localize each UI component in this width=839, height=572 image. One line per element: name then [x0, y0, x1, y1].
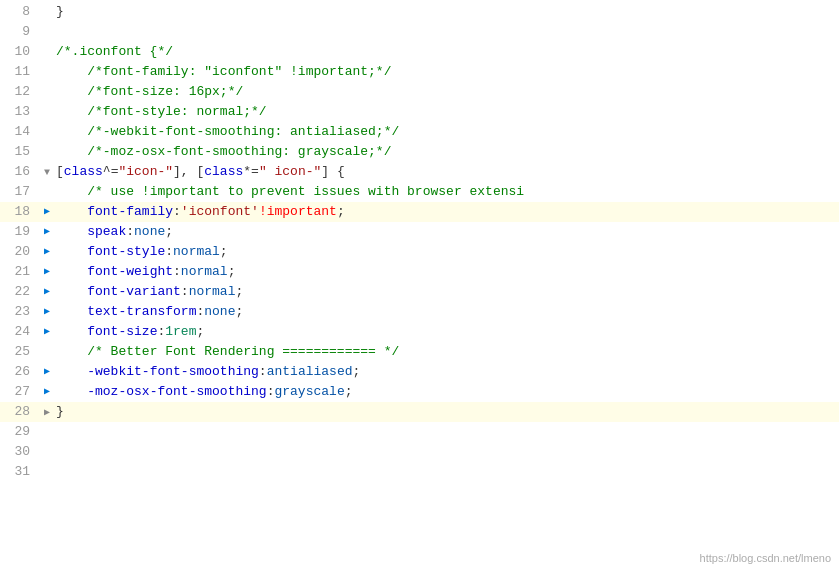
code-line: 23▶ text-transform:none;: [0, 302, 839, 322]
line-number: 12: [0, 82, 38, 102]
code-line: 25 /* Better Font Rendering ============…: [0, 342, 839, 362]
code-text: /* Better Font Rendering ============ */: [56, 342, 839, 362]
gutter-cell: [38, 2, 56, 22]
line-number: 15: [0, 142, 38, 162]
fold-close-icon[interactable]: ▶: [44, 406, 50, 418]
arrow-icon: ▶: [44, 302, 50, 322]
line-number: 9: [0, 22, 38, 42]
arrow-icon: ▶: [44, 282, 50, 302]
line-number: 28: [0, 402, 38, 422]
gutter-cell: ▶: [38, 322, 56, 342]
line-number: 20: [0, 242, 38, 262]
arrow-icon: ▶: [44, 262, 50, 282]
code-line: 8}: [0, 2, 839, 22]
gutter-cell: [38, 142, 56, 162]
gutter-cell: ▶: [38, 302, 56, 322]
line-number: 8: [0, 2, 38, 22]
gutter-cell: [38, 462, 56, 482]
gutter-cell: [38, 342, 56, 362]
gutter-cell: [38, 182, 56, 202]
line-number: 27: [0, 382, 38, 402]
arrow-icon: ▶: [44, 222, 50, 242]
code-line: 22▶ font-variant:normal;: [0, 282, 839, 302]
editor-container: 8}910/*.iconfont {*/11 /*font-family: "i…: [0, 0, 839, 572]
code-line: 20▶ font-style:normal;: [0, 242, 839, 262]
gutter-cell: [38, 22, 56, 42]
code-text: text-transform:none;: [56, 302, 839, 322]
line-number: 26: [0, 362, 38, 382]
gutter-cell: ▶: [38, 202, 56, 222]
code-line: 26▶ -webkit-font-smoothing:antialiased;: [0, 362, 839, 382]
arrow-icon: ▶: [44, 242, 50, 262]
code-text: font-family:'iconfont'!important;: [56, 202, 839, 222]
code-line: 10/*.iconfont {*/: [0, 42, 839, 62]
code-line: 31: [0, 462, 839, 482]
gutter-cell: ▶: [38, 242, 56, 262]
code-text: }: [56, 402, 839, 422]
code-text: font-size:1rem;: [56, 322, 839, 342]
code-line: 17 /* use !important to prevent issues w…: [0, 182, 839, 202]
code-text: [56, 442, 839, 462]
code-text: /*.iconfont {*/: [56, 42, 839, 62]
line-number: 29: [0, 422, 38, 442]
code-text: -moz-osx-font-smoothing:grayscale;: [56, 382, 839, 402]
line-number: 11: [0, 62, 38, 82]
code-text: font-variant:normal;: [56, 282, 839, 302]
gutter-cell: [38, 42, 56, 62]
line-number: 23: [0, 302, 38, 322]
code-text: /*-moz-osx-font-smoothing: grayscale;*/: [56, 142, 839, 162]
line-number: 17: [0, 182, 38, 202]
gutter-cell: ▶: [38, 282, 56, 302]
gutter-cell: ▶: [38, 402, 56, 422]
line-number: 10: [0, 42, 38, 62]
code-line: 19▶ speak:none;: [0, 222, 839, 242]
code-line: 16▼[class^="icon-"], [class*=" icon-"] {: [0, 162, 839, 182]
gutter-cell: [38, 82, 56, 102]
gutter-cell: [38, 102, 56, 122]
code-text: /*font-family: "iconfont" !important;*/: [56, 62, 839, 82]
gutter-cell: ▶: [38, 262, 56, 282]
gutter-cell: ▶: [38, 362, 56, 382]
code-line: 15 /*-moz-osx-font-smoothing: grayscale;…: [0, 142, 839, 162]
line-number: 14: [0, 122, 38, 142]
watermark: https://blog.csdn.net/lmeno: [700, 552, 831, 564]
code-text: /*font-size: 16px;*/: [56, 82, 839, 102]
line-number: 16: [0, 162, 38, 182]
code-line: 29: [0, 422, 839, 442]
arrow-icon: ▶: [44, 382, 50, 402]
code-text: -webkit-font-smoothing:antialiased;: [56, 362, 839, 382]
line-number: 25: [0, 342, 38, 362]
code-text: [56, 422, 839, 442]
code-line: 9: [0, 22, 839, 42]
code-text: /*font-style: normal;*/: [56, 102, 839, 122]
code-text: speak:none;: [56, 222, 839, 242]
code-text: [56, 22, 839, 42]
code-line: 12 /*font-size: 16px;*/: [0, 82, 839, 102]
code-area: 8}910/*.iconfont {*/11 /*font-family: "i…: [0, 0, 839, 572]
line-number: 31: [0, 462, 38, 482]
code-text: font-style:normal;: [56, 242, 839, 262]
arrow-icon: ▶: [44, 202, 50, 222]
code-line: 18▶ font-family:'iconfont'!important;: [0, 202, 839, 222]
code-text: font-weight:normal;: [56, 262, 839, 282]
code-line: 13 /*font-style: normal;*/: [0, 102, 839, 122]
gutter-cell: ▶: [38, 222, 56, 242]
gutter-cell: [38, 62, 56, 82]
gutter-cell: [38, 442, 56, 462]
code-line: 24▶ font-size:1rem;: [0, 322, 839, 342]
code-text: /* use !important to prevent issues with…: [56, 182, 839, 202]
code-line: 27▶ -moz-osx-font-smoothing:grayscale;: [0, 382, 839, 402]
line-number: 19: [0, 222, 38, 242]
gutter-cell: ▼: [38, 162, 56, 182]
line-number: 22: [0, 282, 38, 302]
line-number: 18: [0, 202, 38, 222]
code-line: 28▶}: [0, 402, 839, 422]
code-text: }: [56, 2, 839, 22]
code-text: [class^="icon-"], [class*=" icon-"] {: [56, 162, 839, 182]
gutter-cell: [38, 422, 56, 442]
code-line: 14 /*-webkit-font-smoothing: antialiased…: [0, 122, 839, 142]
line-number: 30: [0, 442, 38, 462]
arrow-icon: ▶: [44, 362, 50, 382]
gutter-cell: ▶: [38, 382, 56, 402]
fold-icon[interactable]: ▼: [44, 167, 50, 178]
